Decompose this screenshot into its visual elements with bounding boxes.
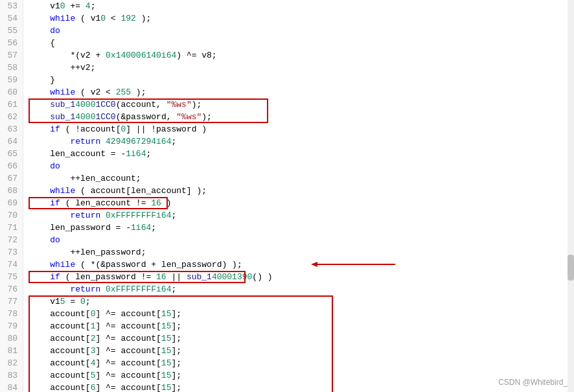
line-number: 66 bbox=[5, 160, 17, 172]
line-number: 68 bbox=[5, 185, 17, 197]
code-line: return 4294967294i64; bbox=[30, 135, 574, 148]
line-number: 84 bbox=[5, 382, 17, 392]
code-line: { bbox=[30, 37, 574, 49]
code-line: sub_140001CC0(&password, "%ws"); bbox=[30, 111, 574, 123]
scrollbar-thumb[interactable] bbox=[568, 255, 574, 281]
scrollbar-vertical[interactable] bbox=[568, 0, 574, 392]
code-line: account[2] ^= account[15]; bbox=[30, 332, 574, 345]
code-line: ++len_account; bbox=[30, 172, 574, 185]
code-container: 5354555657585960616263646566676869707172… bbox=[0, 0, 574, 392]
line-number: 59 bbox=[5, 74, 17, 86]
annotation-arrow bbox=[311, 260, 402, 270]
code-line: v15 = 0; bbox=[30, 295, 574, 308]
code-line: if ( len_account != 16 ) bbox=[30, 197, 574, 209]
line-number: 55 bbox=[5, 25, 17, 37]
code-line: ++len_password; bbox=[30, 246, 574, 259]
line-numbers: 5354555657585960616263646566676869707172… bbox=[0, 0, 23, 392]
line-number: 78 bbox=[5, 308, 17, 320]
line-number: 82 bbox=[5, 357, 17, 369]
code-line: account[5] ^= account[15]; bbox=[30, 369, 574, 382]
code-content[interactable]: v10 += 4; while ( v10 < 192 ); do { *(v2… bbox=[23, 0, 574, 392]
line-number: 67 bbox=[5, 172, 17, 185]
line-number: 72 bbox=[5, 234, 17, 246]
code-line: sub_140001CC0(account, "%ws"); bbox=[30, 98, 574, 111]
code-line: while ( v2 < 255 ); bbox=[30, 86, 574, 98]
code-line: if ( len_password != 16 || sub_140001390… bbox=[30, 271, 574, 283]
code-line: account[3] ^= account[15]; bbox=[30, 345, 574, 357]
code-line: while ( v10 < 192 ); bbox=[30, 12, 574, 25]
line-number: 56 bbox=[5, 37, 17, 49]
watermark: CSDN @Whitebird_ bbox=[498, 378, 568, 387]
line-number: 63 bbox=[5, 123, 17, 135]
line-number: 53 bbox=[5, 0, 17, 12]
line-number: 69 bbox=[5, 197, 17, 209]
line-number: 81 bbox=[5, 345, 17, 357]
line-number: 79 bbox=[5, 320, 17, 332]
code-line: return 0xFFFFFFFFi64; bbox=[30, 283, 574, 295]
code-line: while ( account[len_account] ); bbox=[30, 185, 574, 197]
code-line: do bbox=[30, 160, 574, 172]
code-line: ++v2; bbox=[30, 62, 574, 74]
code-line: v10 += 4; bbox=[30, 0, 574, 12]
line-number: 65 bbox=[5, 148, 17, 160]
line-number: 57 bbox=[5, 49, 17, 62]
line-number: 76 bbox=[5, 283, 17, 295]
svg-marker-1 bbox=[311, 262, 317, 267]
line-number: 60 bbox=[5, 86, 17, 98]
line-number: 62 bbox=[5, 111, 17, 123]
code-line: account[0] ^= account[15]; bbox=[30, 308, 574, 320]
code-line: if ( !account[0] || !password ) bbox=[30, 123, 574, 135]
code-line: } bbox=[30, 74, 574, 86]
line-number: 64 bbox=[5, 135, 17, 148]
line-number: 74 bbox=[5, 259, 17, 271]
line-number: 54 bbox=[5, 12, 17, 25]
code-line: account[1] ^= account[15]; bbox=[30, 320, 574, 332]
line-number: 75 bbox=[5, 271, 17, 283]
line-number: 77 bbox=[5, 295, 17, 308]
code-line: account[6] ^= account[15]; bbox=[30, 382, 574, 392]
code-area: 5354555657585960616263646566676869707172… bbox=[0, 0, 574, 392]
line-number: 61 bbox=[5, 98, 17, 111]
code-line: while ( *(&password + len_password) ); bbox=[30, 259, 574, 271]
code-line: do bbox=[30, 234, 574, 246]
line-number: 80 bbox=[5, 332, 17, 345]
line-number: 70 bbox=[5, 209, 17, 222]
line-number: 71 bbox=[5, 222, 17, 234]
line-number: 73 bbox=[5, 246, 17, 259]
code-line: *(v2 + 0x140006140i64) ^= v8; bbox=[30, 49, 574, 62]
line-number: 83 bbox=[5, 369, 17, 382]
code-line: account[4] ^= account[15]; bbox=[30, 357, 574, 369]
line-number: 58 bbox=[5, 62, 17, 74]
code-line: return 0xFFFFFFFFi64; bbox=[30, 209, 574, 222]
code-line: len_account = -1i64; bbox=[30, 148, 574, 160]
code-line: do bbox=[30, 25, 574, 37]
code-line: len_password = -1i64; bbox=[30, 222, 574, 234]
